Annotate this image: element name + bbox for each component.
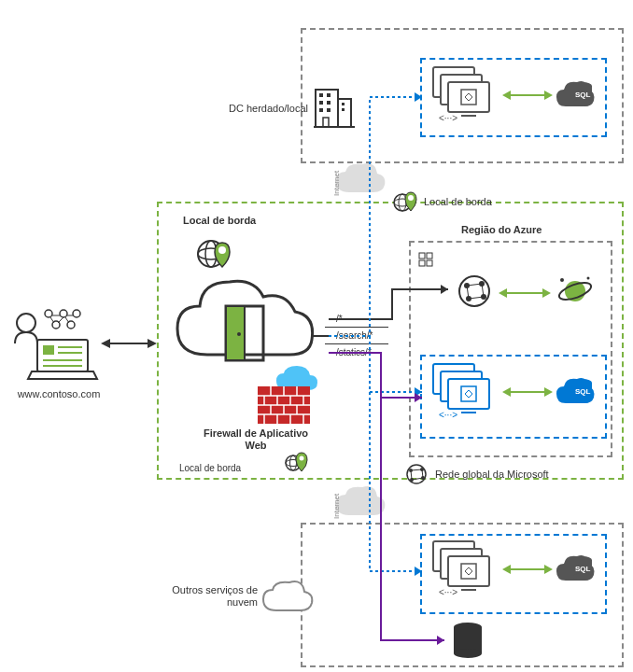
vm-stack-bottom-icon: <···> bbox=[431, 539, 497, 597]
svg-marker-112 bbox=[544, 387, 553, 397]
waf-label: Firewall de Aplicativo Web bbox=[200, 427, 312, 452]
route-search-label: /search/* bbox=[336, 330, 373, 341]
svg-point-108 bbox=[573, 396, 592, 403]
svg-marker-18 bbox=[101, 339, 110, 348]
vm-stack-azure-icon: <···> bbox=[431, 362, 497, 420]
svg-point-94 bbox=[560, 278, 564, 282]
ms-network-icon bbox=[403, 461, 429, 487]
svg-rect-57 bbox=[319, 101, 323, 105]
svg-text:<···>: <···> bbox=[439, 410, 457, 420]
svg-line-8 bbox=[50, 317, 54, 323]
user-cloud-arrow bbox=[101, 334, 157, 353]
svg-text:<···>: <···> bbox=[439, 587, 457, 597]
svg-rect-67 bbox=[448, 82, 489, 112]
edge-label-left: Local de borda bbox=[183, 215, 256, 226]
edge-globe-top-icon bbox=[392, 187, 420, 215]
internet-label-bottom: Internet bbox=[332, 494, 341, 519]
edge-label-bottom: Local de borda bbox=[179, 463, 241, 473]
svg-text:SQL: SQL bbox=[575, 387, 591, 396]
svg-point-30 bbox=[408, 195, 414, 201]
svg-line-120 bbox=[412, 478, 423, 480]
sql-db-azure-icon: SQL bbox=[556, 373, 596, 411]
svg-rect-56 bbox=[327, 93, 331, 97]
ms-network-label: Rede global da Microsoft bbox=[435, 469, 549, 480]
vm-sql-arrow-azure bbox=[502, 385, 553, 399]
vm-sql-arrow-top bbox=[502, 88, 553, 103]
svg-point-74 bbox=[573, 99, 592, 106]
network-globe-icon bbox=[456, 273, 493, 310]
internet-label-top: Internet bbox=[332, 171, 341, 196]
building-icon bbox=[314, 80, 355, 131]
users-icon bbox=[9, 306, 99, 381]
svg-point-138 bbox=[454, 649, 482, 658]
svg-point-131 bbox=[573, 573, 592, 581]
svg-rect-124 bbox=[448, 556, 489, 586]
svg-rect-59 bbox=[319, 108, 323, 112]
svg-rect-55 bbox=[319, 93, 323, 97]
svg-marker-98 bbox=[542, 288, 551, 298]
svg-point-26 bbox=[218, 246, 226, 254]
vm-stack-top-icon: <···> bbox=[431, 65, 497, 123]
svg-point-34 bbox=[300, 456, 304, 461]
edge-globe-left-icon bbox=[196, 231, 237, 273]
svg-rect-81 bbox=[419, 260, 425, 266]
svg-rect-101 bbox=[448, 379, 489, 409]
vm-sql-arrow-bottom bbox=[502, 562, 553, 577]
route-all-label: /* bbox=[336, 314, 343, 324]
cosmos-db-icon bbox=[556, 273, 594, 310]
svg-text:<···>: <···> bbox=[439, 113, 457, 123]
svg-point-22 bbox=[237, 332, 241, 336]
svg-point-3 bbox=[73, 310, 80, 317]
svg-marker-78 bbox=[544, 91, 553, 100]
svg-rect-61 bbox=[323, 118, 329, 127]
svg-point-1 bbox=[45, 310, 52, 317]
svg-rect-12 bbox=[43, 345, 54, 355]
svg-rect-60 bbox=[327, 108, 331, 112]
sql-db-bottom-icon: SQL bbox=[556, 551, 596, 588]
firewall-bricks-icon bbox=[258, 386, 310, 424]
svg-text:SQL: SQL bbox=[575, 565, 591, 573]
edge-label-top: Local de borda bbox=[424, 196, 492, 207]
route-statics-label: /statics/* bbox=[336, 347, 372, 357]
svg-rect-82 bbox=[427, 260, 432, 266]
svg-rect-21 bbox=[226, 306, 245, 360]
dc-legacy-label: DC herdado/local bbox=[187, 103, 308, 114]
route-divider-2 bbox=[325, 343, 388, 344]
azure-region-label: Região do Azure bbox=[461, 224, 542, 235]
svg-marker-111 bbox=[502, 387, 511, 397]
route-divider-1 bbox=[325, 327, 388, 328]
svg-marker-77 bbox=[502, 91, 511, 100]
svg-marker-19 bbox=[148, 339, 157, 348]
svg-marker-134 bbox=[502, 565, 511, 574]
other-cloud-label: Outros serviços de nuvem bbox=[155, 584, 258, 609]
svg-rect-63 bbox=[342, 108, 345, 111]
sql-db-top-icon: SQL bbox=[556, 77, 596, 114]
svg-point-83 bbox=[459, 276, 489, 306]
svg-rect-80 bbox=[427, 253, 432, 259]
svg-text:SQL: SQL bbox=[575, 91, 591, 99]
svg-rect-62 bbox=[342, 103, 345, 105]
aks-small-icon bbox=[418, 252, 433, 267]
internet-cloud-top-icon bbox=[334, 161, 388, 198]
svg-rect-79 bbox=[419, 253, 425, 259]
database-cylinder-icon bbox=[452, 622, 484, 659]
svg-point-2 bbox=[60, 310, 67, 317]
svg-point-0 bbox=[17, 314, 35, 332]
other-cloud-icon bbox=[261, 581, 316, 616]
svg-marker-97 bbox=[499, 288, 507, 298]
svg-point-95 bbox=[587, 277, 590, 280]
svg-line-9 bbox=[58, 317, 63, 323]
globe-cosmos-arrow bbox=[499, 286, 551, 301]
svg-rect-58 bbox=[327, 101, 331, 105]
internet-cloud-bottom-icon bbox=[334, 483, 388, 521]
url-label: www.contoso.com bbox=[7, 388, 110, 399]
svg-line-10 bbox=[65, 317, 69, 323]
svg-marker-135 bbox=[544, 565, 553, 574]
